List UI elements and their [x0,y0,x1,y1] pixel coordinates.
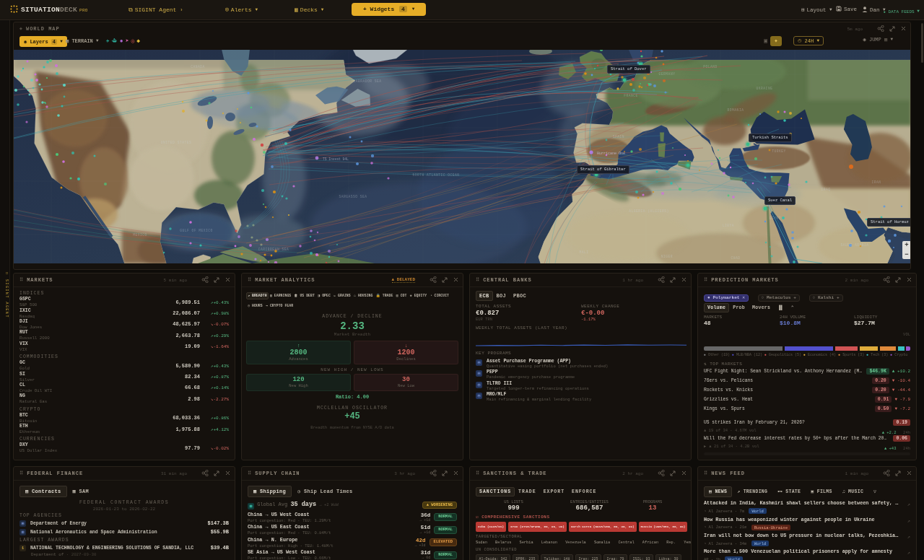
svg-text:SAUDI ARABIA: SAUDI ARABIA [840,243,868,247]
svg-text:CARIBBEAN SEA: CARIBBEAN SEA [258,248,289,251]
svg-text:NORTH ATLANTIC OCEAN: NORTH ATLANTIC OCEAN [412,173,459,177]
svg-text:SARGASSO SEA: SARGASSO SEA [339,195,367,198]
svg-text:UKRAINE: UKRAINE [757,87,773,90]
svg-text:ROMANIA: ROMANIA [728,108,744,112]
svg-text:ALGERIA (ALGIERS): ALGERIA (ALGIERS) [629,209,668,213]
svg-text:FRANCE: FRANCE [624,94,638,97]
svg-text:TURKEY: TURKEY [772,149,786,153]
svg-text:TS Invest 94L: TS Invest 94L [323,157,349,161]
svg-text:LABRADOR SEA: LABRADOR SEA [353,79,381,83]
svg-text:EGYPT: EGYPT [770,216,781,220]
svg-text:POLAND: POLAND [703,65,718,69]
svg-text:CHAD: CHAD [731,256,740,260]
svg-text:GULF OF MEXICO: GULF OF MEXICO [180,229,213,232]
svg-text:MALI: MALI [579,250,588,254]
svg-text:UNITED STATES: UNITED STATES [161,141,191,144]
svg-text:SPAIN: SPAIN [613,135,624,139]
svg-text:LIBYA: LIBYA [723,224,734,227]
svg-text:IRAN: IRAN [871,180,881,184]
svg-text:NIGER: NIGER [661,255,673,258]
svg-text:Hurricane One: Hurricane One [597,152,625,156]
svg-text:IRAQ: IRAQ [821,188,830,191]
svg-text:GERMANY: GERMANY [659,72,676,76]
svg-text:MEXICO: MEXICO [133,233,147,237]
svg-text:CANADA: CANADA [191,65,205,69]
